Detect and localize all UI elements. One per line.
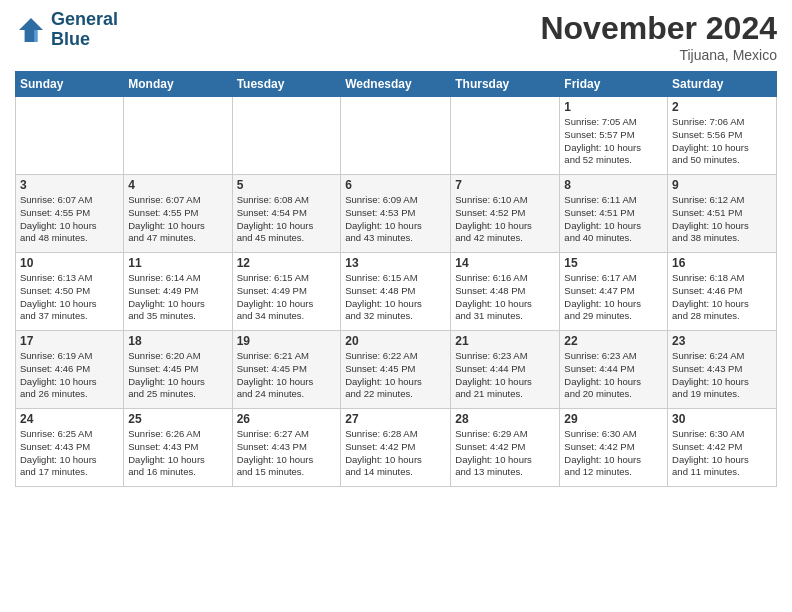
calendar-cell: 30Sunrise: 6:30 AM Sunset: 4:42 PM Dayli… <box>668 409 777 487</box>
day-info: Sunrise: 6:13 AM Sunset: 4:50 PM Dayligh… <box>20 272 119 323</box>
day-info: Sunrise: 6:09 AM Sunset: 4:53 PM Dayligh… <box>345 194 446 245</box>
calendar-cell: 16Sunrise: 6:18 AM Sunset: 4:46 PM Dayli… <box>668 253 777 331</box>
day-number: 16 <box>672 256 772 270</box>
calendar-cell <box>341 97 451 175</box>
calendar-week-row: 17Sunrise: 6:19 AM Sunset: 4:46 PM Dayli… <box>16 331 777 409</box>
calendar-cell: 28Sunrise: 6:29 AM Sunset: 4:42 PM Dayli… <box>451 409 560 487</box>
calendar-cell: 22Sunrise: 6:23 AM Sunset: 4:44 PM Dayli… <box>560 331 668 409</box>
calendar-cell: 12Sunrise: 6:15 AM Sunset: 4:49 PM Dayli… <box>232 253 341 331</box>
day-number: 22 <box>564 334 663 348</box>
day-info: Sunrise: 6:11 AM Sunset: 4:51 PM Dayligh… <box>564 194 663 245</box>
day-info: Sunrise: 7:06 AM Sunset: 5:56 PM Dayligh… <box>672 116 772 167</box>
calendar-cell: 23Sunrise: 6:24 AM Sunset: 4:43 PM Dayli… <box>668 331 777 409</box>
calendar-cell: 8Sunrise: 6:11 AM Sunset: 4:51 PM Daylig… <box>560 175 668 253</box>
calendar-cell: 13Sunrise: 6:15 AM Sunset: 4:48 PM Dayli… <box>341 253 451 331</box>
calendar-week-row: 24Sunrise: 6:25 AM Sunset: 4:43 PM Dayli… <box>16 409 777 487</box>
calendar-cell: 7Sunrise: 6:10 AM Sunset: 4:52 PM Daylig… <box>451 175 560 253</box>
day-info: Sunrise: 6:20 AM Sunset: 4:45 PM Dayligh… <box>128 350 227 401</box>
calendar-cell: 25Sunrise: 6:26 AM Sunset: 4:43 PM Dayli… <box>124 409 232 487</box>
weekday-header: Tuesday <box>232 72 341 97</box>
logo-text: General Blue <box>51 10 118 50</box>
month-title: November 2024 <box>540 10 777 47</box>
day-info: Sunrise: 7:05 AM Sunset: 5:57 PM Dayligh… <box>564 116 663 167</box>
calendar-cell <box>124 97 232 175</box>
day-number: 14 <box>455 256 555 270</box>
logo: General Blue <box>15 10 118 50</box>
day-number: 19 <box>237 334 337 348</box>
day-info: Sunrise: 6:27 AM Sunset: 4:43 PM Dayligh… <box>237 428 337 479</box>
logo-line2: Blue <box>51 30 118 50</box>
day-number: 5 <box>237 178 337 192</box>
day-info: Sunrise: 6:16 AM Sunset: 4:48 PM Dayligh… <box>455 272 555 323</box>
day-info: Sunrise: 6:14 AM Sunset: 4:49 PM Dayligh… <box>128 272 227 323</box>
day-number: 9 <box>672 178 772 192</box>
day-number: 18 <box>128 334 227 348</box>
day-number: 30 <box>672 412 772 426</box>
day-number: 12 <box>237 256 337 270</box>
day-number: 2 <box>672 100 772 114</box>
day-info: Sunrise: 6:19 AM Sunset: 4:46 PM Dayligh… <box>20 350 119 401</box>
weekday-header: Saturday <box>668 72 777 97</box>
day-number: 29 <box>564 412 663 426</box>
calendar-cell: 14Sunrise: 6:16 AM Sunset: 4:48 PM Dayli… <box>451 253 560 331</box>
day-number: 24 <box>20 412 119 426</box>
calendar-cell: 19Sunrise: 6:21 AM Sunset: 4:45 PM Dayli… <box>232 331 341 409</box>
day-number: 6 <box>345 178 446 192</box>
day-number: 8 <box>564 178 663 192</box>
calendar-cell: 6Sunrise: 6:09 AM Sunset: 4:53 PM Daylig… <box>341 175 451 253</box>
calendar-week-row: 1Sunrise: 7:05 AM Sunset: 5:57 PM Daylig… <box>16 97 777 175</box>
day-number: 7 <box>455 178 555 192</box>
day-number: 21 <box>455 334 555 348</box>
calendar-cell: 3Sunrise: 6:07 AM Sunset: 4:55 PM Daylig… <box>16 175 124 253</box>
weekday-header: Wednesday <box>341 72 451 97</box>
day-number: 27 <box>345 412 446 426</box>
day-number: 28 <box>455 412 555 426</box>
day-info: Sunrise: 6:21 AM Sunset: 4:45 PM Dayligh… <box>237 350 337 401</box>
day-info: Sunrise: 6:17 AM Sunset: 4:47 PM Dayligh… <box>564 272 663 323</box>
calendar-cell: 1Sunrise: 7:05 AM Sunset: 5:57 PM Daylig… <box>560 97 668 175</box>
day-info: Sunrise: 6:29 AM Sunset: 4:42 PM Dayligh… <box>455 428 555 479</box>
day-info: Sunrise: 6:18 AM Sunset: 4:46 PM Dayligh… <box>672 272 772 323</box>
weekday-header: Friday <box>560 72 668 97</box>
day-number: 23 <box>672 334 772 348</box>
weekday-header: Thursday <box>451 72 560 97</box>
weekday-header: Monday <box>124 72 232 97</box>
day-number: 10 <box>20 256 119 270</box>
calendar-cell: 9Sunrise: 6:12 AM Sunset: 4:51 PM Daylig… <box>668 175 777 253</box>
calendar-cell: 11Sunrise: 6:14 AM Sunset: 4:49 PM Dayli… <box>124 253 232 331</box>
calendar-cell: 15Sunrise: 6:17 AM Sunset: 4:47 PM Dayli… <box>560 253 668 331</box>
calendar-week-row: 3Sunrise: 6:07 AM Sunset: 4:55 PM Daylig… <box>16 175 777 253</box>
calendar-cell: 27Sunrise: 6:28 AM Sunset: 4:42 PM Dayli… <box>341 409 451 487</box>
svg-marker-0 <box>19 18 43 42</box>
day-info: Sunrise: 6:22 AM Sunset: 4:45 PM Dayligh… <box>345 350 446 401</box>
day-number: 20 <box>345 334 446 348</box>
logo-icon <box>15 14 47 46</box>
calendar-cell: 26Sunrise: 6:27 AM Sunset: 4:43 PM Dayli… <box>232 409 341 487</box>
day-number: 4 <box>128 178 227 192</box>
page-header: General Blue November 2024 Tijuana, Mexi… <box>15 10 777 63</box>
day-info: Sunrise: 6:07 AM Sunset: 4:55 PM Dayligh… <box>20 194 119 245</box>
day-number: 15 <box>564 256 663 270</box>
calendar-cell: 29Sunrise: 6:30 AM Sunset: 4:42 PM Dayli… <box>560 409 668 487</box>
calendar-cell: 2Sunrise: 7:06 AM Sunset: 5:56 PM Daylig… <box>668 97 777 175</box>
calendar-cell: 4Sunrise: 6:07 AM Sunset: 4:55 PM Daylig… <box>124 175 232 253</box>
day-info: Sunrise: 6:23 AM Sunset: 4:44 PM Dayligh… <box>564 350 663 401</box>
page-container: General Blue November 2024 Tijuana, Mexi… <box>0 0 792 497</box>
day-number: 26 <box>237 412 337 426</box>
day-info: Sunrise: 6:10 AM Sunset: 4:52 PM Dayligh… <box>455 194 555 245</box>
day-number: 3 <box>20 178 119 192</box>
calendar-cell: 10Sunrise: 6:13 AM Sunset: 4:50 PM Dayli… <box>16 253 124 331</box>
calendar-cell: 17Sunrise: 6:19 AM Sunset: 4:46 PM Dayli… <box>16 331 124 409</box>
calendar-week-row: 10Sunrise: 6:13 AM Sunset: 4:50 PM Dayli… <box>16 253 777 331</box>
title-section: November 2024 Tijuana, Mexico <box>540 10 777 63</box>
day-info: Sunrise: 6:15 AM Sunset: 4:49 PM Dayligh… <box>237 272 337 323</box>
day-info: Sunrise: 6:26 AM Sunset: 4:43 PM Dayligh… <box>128 428 227 479</box>
day-number: 1 <box>564 100 663 114</box>
calendar-cell: 20Sunrise: 6:22 AM Sunset: 4:45 PM Dayli… <box>341 331 451 409</box>
day-info: Sunrise: 6:30 AM Sunset: 4:42 PM Dayligh… <box>672 428 772 479</box>
weekday-header: Sunday <box>16 72 124 97</box>
calendar-cell: 5Sunrise: 6:08 AM Sunset: 4:54 PM Daylig… <box>232 175 341 253</box>
calendar-cell <box>232 97 341 175</box>
calendar-cell <box>16 97 124 175</box>
calendar-cell: 21Sunrise: 6:23 AM Sunset: 4:44 PM Dayli… <box>451 331 560 409</box>
